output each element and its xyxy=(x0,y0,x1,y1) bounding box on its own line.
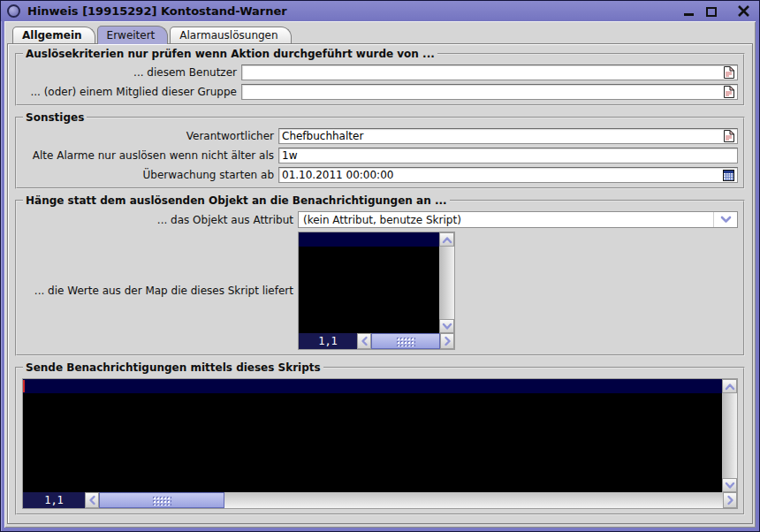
horizontal-scrollbar xyxy=(85,492,737,508)
horizontal-scroll-track[interactable] xyxy=(224,492,723,508)
close-button[interactable] xyxy=(734,4,752,19)
combo-dropdown-button[interactable] xyxy=(714,216,737,224)
section-title: Hänge statt dem auslösenden Objekt an di… xyxy=(23,194,450,207)
section-ausloesekriterien: Auslösekriterien nur prüfen wenn Aktion … xyxy=(15,48,745,106)
user-field-wrap xyxy=(241,65,738,80)
scroll-left-button[interactable] xyxy=(357,333,371,349)
max-age-label: Alte Alarme nur auslösen wenn nicht älte… xyxy=(22,149,278,162)
minimize-icon xyxy=(683,5,695,17)
section-title: Sende Benachrichtigungen mittels dieses … xyxy=(23,361,323,374)
start-input[interactable] xyxy=(279,169,721,182)
chevron-down-icon xyxy=(442,323,452,331)
app-window: Hinweis [19915292] Kontostand-Warner All… xyxy=(0,0,760,532)
vertical-scrollbar xyxy=(439,232,454,333)
send-script-editor-textarea[interactable] xyxy=(23,379,722,492)
max-age-input[interactable] xyxy=(279,149,737,163)
vertical-scrollbar xyxy=(722,379,737,492)
group-label: ... (oder) einem Mitglied dieser Gruppe xyxy=(22,86,241,98)
caret-position-status: 1,1 xyxy=(299,333,357,349)
date-picker-button[interactable] xyxy=(721,168,736,182)
document-icon xyxy=(723,66,734,79)
chevron-down-icon xyxy=(720,216,732,224)
title-bar[interactable]: Hinweis [19915292] Kontostand-Warner xyxy=(1,1,759,21)
scroll-right-button[interactable] xyxy=(723,492,737,508)
section-sende-skript: Sende Benachrichtigungen mittels dieses … xyxy=(15,361,745,515)
horizontal-scroll-thumb[interactable] xyxy=(371,333,440,349)
attribute-label: ... das Objekt aus Attribut xyxy=(22,214,298,226)
user-input[interactable] xyxy=(242,66,721,80)
tab-content-panel: Auslösekriterien nur prüfen wenn Aktion … xyxy=(7,43,753,524)
section-title: Sonstiges xyxy=(23,111,87,124)
user-picker-button[interactable] xyxy=(721,65,736,80)
scroll-up-button[interactable] xyxy=(439,232,454,247)
horizontal-scrollbar xyxy=(357,333,454,349)
close-icon xyxy=(737,4,750,18)
user-label: ... diesem Benutzer xyxy=(22,66,241,79)
maximize-button[interactable] xyxy=(703,4,720,19)
attribute-combobox[interactable]: (kein Attribut, benutze Skript) xyxy=(298,211,738,228)
section-sonstiges: Sonstiges Verantwortlicher xyxy=(15,111,745,189)
chevron-right-icon xyxy=(726,495,734,505)
group-picker-button[interactable] xyxy=(721,85,736,99)
client-area: Allgemein Erweitert Alarmauslösungen Aus… xyxy=(4,21,756,528)
document-icon xyxy=(723,86,734,98)
chevron-right-icon xyxy=(444,336,452,346)
tab-erweitert[interactable]: Erweitert xyxy=(97,26,169,44)
window-title: Hinweis [19915292] Kontostand-Warner xyxy=(27,4,674,18)
chevron-up-icon xyxy=(442,236,452,244)
start-field-wrap xyxy=(278,167,738,183)
section-title: Auslösekriterien nur prüfen wenn Aktion … xyxy=(23,48,437,60)
maximize-icon xyxy=(705,5,718,18)
tab-allgemein[interactable]: Allgemein xyxy=(12,27,95,43)
caret-position-status: 1,1 xyxy=(23,492,85,508)
scroll-right-button[interactable] xyxy=(440,333,454,349)
group-field-wrap xyxy=(241,84,738,100)
scroll-down-button[interactable] xyxy=(439,319,454,333)
section-anhang: Hänge statt dem auslösenden Objekt an di… xyxy=(15,194,745,356)
text-caret xyxy=(23,380,25,392)
vertical-scroll-track[interactable] xyxy=(722,393,737,478)
map-script-editor-textarea[interactable] xyxy=(299,232,439,333)
window-icon xyxy=(7,4,20,18)
responsible-label: Verantwortlicher xyxy=(22,130,278,142)
responsible-input[interactable] xyxy=(279,130,721,143)
max-age-field-wrap xyxy=(278,148,738,163)
scroll-down-button[interactable] xyxy=(722,478,737,492)
horizontal-scroll-thumb[interactable] xyxy=(99,492,224,508)
tab-bar: Allgemein Erweitert Alarmauslösungen xyxy=(7,24,753,43)
chevron-left-icon xyxy=(361,336,369,346)
tab-alarmausloesungen[interactable]: Alarmauslösungen xyxy=(170,27,291,43)
map-script-label: ... die Werte aus der Map die dieses Skr… xyxy=(22,285,298,297)
attribute-combobox-value: (kein Attribut, benutze Skript) xyxy=(299,214,713,226)
chevron-down-icon xyxy=(725,482,735,490)
editor-current-line xyxy=(299,232,439,247)
editor-current-line xyxy=(23,379,722,393)
chevron-up-icon xyxy=(725,383,735,391)
responsible-picker-button[interactable] xyxy=(721,129,736,143)
start-label: Überwachung starten ab xyxy=(22,169,278,181)
minimize-button[interactable] xyxy=(680,4,697,19)
chevron-left-icon xyxy=(88,495,96,505)
scroll-up-button[interactable] xyxy=(722,379,737,393)
map-script-editor: 1,1 xyxy=(298,232,455,350)
send-script-editor: 1,1 xyxy=(22,378,738,509)
scroll-left-button[interactable] xyxy=(85,492,99,508)
document-icon xyxy=(723,130,734,142)
vertical-scroll-track[interactable] xyxy=(439,247,454,319)
group-input[interactable] xyxy=(242,86,721,99)
calendar-icon xyxy=(723,170,734,181)
responsible-field-wrap xyxy=(278,128,738,144)
